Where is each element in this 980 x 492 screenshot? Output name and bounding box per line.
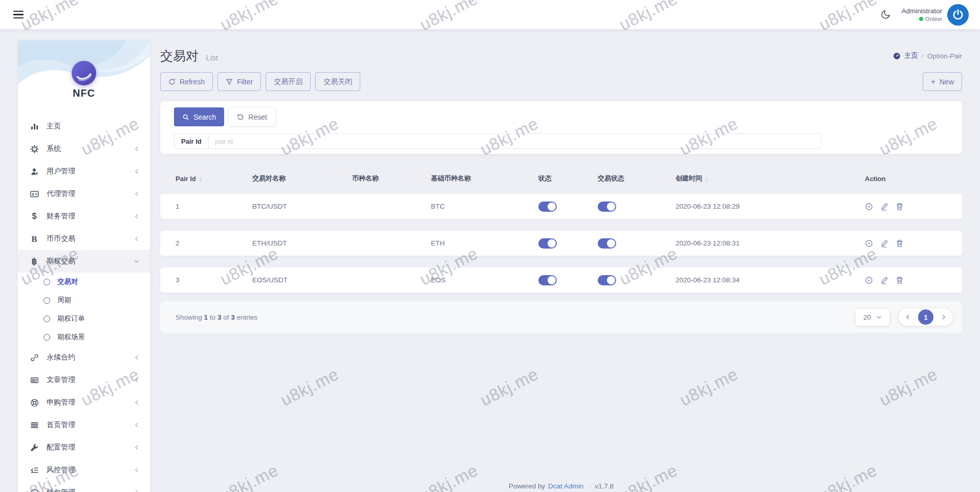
delete-button[interactable] — [896, 239, 904, 248]
new-button[interactable]: + New — [923, 72, 962, 91]
user-status-label: Online — [925, 16, 942, 22]
cell-pair-id-value: 3 — [176, 276, 180, 284]
sidebar-item-label: 财务管理 — [47, 212, 134, 221]
column-label: 币种名称 — [352, 174, 379, 183]
column-label: 交易对名称 — [252, 174, 286, 183]
sidebar-item-5[interactable]: B币币交易 — [18, 228, 150, 250]
status-toggle[interactable] — [538, 275, 557, 285]
dcat-admin-link[interactable]: Dcat Admin — [548, 482, 583, 490]
sidebar-subitem-6-3[interactable]: 期权场景 — [18, 328, 150, 346]
trade-close-button[interactable]: 交易关闭 — [315, 72, 360, 91]
sidebar-item-1[interactable]: 系统 — [18, 138, 150, 160]
wrench-icon — [28, 443, 40, 452]
sidebar-item-label: 币币交易 — [47, 234, 134, 243]
reset-button[interactable]: Reset — [228, 107, 276, 126]
dark-mode-toggle-icon[interactable] — [880, 9, 891, 20]
sidebar-item-6[interactable]: ฿期权交易 — [18, 250, 150, 273]
table-footer-right: 20 1 — [856, 308, 953, 326]
cell-created-at: 2020-06-23 12:08:31 — [676, 239, 865, 247]
sidebar-item-2[interactable]: 用户管理 — [18, 160, 150, 183]
sidebar-toggle-button[interactable] — [11, 9, 26, 21]
cell-pair-id-value: 1 — [176, 203, 180, 210]
summary-of-word: of — [223, 314, 229, 321]
sidebar-item-9[interactable]: 申购管理 — [18, 391, 150, 414]
table-body: 1BTC/USDTBTC2020-06-23 12:08:292ETH/USDT… — [160, 194, 962, 293]
trade-status-toggle-cell — [598, 238, 676, 249]
table-summary: Showing 1 to 3 of 3 entries — [176, 314, 257, 321]
trade-status-toggle[interactable] — [598, 238, 616, 249]
logo-text: NFC — [18, 87, 150, 99]
cell-actions — [865, 203, 962, 211]
life-ring-icon — [28, 398, 40, 407]
trade-status-toggle-cell — [598, 202, 676, 212]
sidebar-logo[interactable]: NFC — [18, 40, 150, 106]
cell-base-coin-name: ETH — [431, 239, 538, 247]
pair-id-input[interactable] — [209, 134, 821, 148]
sidebar-item-3[interactable]: 代理管理 — [18, 183, 150, 205]
column-header-1[interactable]: Pair Id↑ — [160, 175, 252, 183]
cell-actions — [865, 276, 962, 284]
user-status: Online — [901, 16, 942, 22]
page-header: 交易对 List 主页 / Option-Pair — [160, 47, 962, 65]
status-toggle[interactable] — [538, 202, 557, 212]
refresh-icon — [168, 78, 176, 85]
cell-pair-name: BTC/USDT — [252, 203, 352, 210]
pair-id-filter-group: Pair Id — [174, 133, 821, 149]
table-header-row: Pair Id↑交易对名称币种名称基础币种名称状态交易状态创建时间↑Action — [160, 171, 962, 186]
chevron-down-icon — [876, 315, 882, 320]
sidebar-subitem-6-1[interactable]: 周期 — [18, 291, 150, 309]
view-button[interactable] — [865, 239, 873, 248]
sidebar-item-label: 系统 — [47, 144, 134, 153]
sidebar-subitem-6-0[interactable]: 交易对 — [18, 273, 150, 291]
user-avatar[interactable] — [947, 4, 969, 26]
chevron-left-icon — [134, 168, 140, 174]
sidebar-item-12[interactable]: 风控管理 — [18, 459, 150, 481]
prev-page-button[interactable] — [905, 314, 911, 320]
breadcrumb-home-link[interactable]: 主页 — [904, 51, 918, 60]
cell-base-coin-name-value: BTC — [431, 203, 445, 210]
sidebar-item-0[interactable]: 主页 — [18, 115, 150, 138]
delete-button[interactable] — [896, 276, 904, 284]
filter-button[interactable]: Filter — [217, 72, 261, 91]
sidebar-item-4[interactable]: $财务管理 — [18, 205, 150, 228]
delete-button[interactable] — [896, 203, 904, 211]
sidebar-item-11[interactable]: 配置管理 — [18, 436, 150, 459]
view-button[interactable] — [865, 276, 873, 284]
chevron-down-icon — [134, 258, 140, 264]
edit-button[interactable] — [880, 276, 888, 284]
sidebar-item-8[interactable]: 文章管理 — [18, 369, 150, 391]
cell-pair-name-value: EOS/USDT — [252, 276, 288, 284]
chevron-left-icon — [134, 146, 140, 152]
sidebar-subitem-label: 周期 — [57, 296, 150, 305]
trade-status-toggle[interactable] — [598, 275, 616, 285]
trade-open-button[interactable]: 交易开启 — [266, 72, 311, 91]
breadcrumb-separator: / — [922, 52, 924, 60]
circle-icon — [28, 488, 40, 492]
sidebar-item-10[interactable]: 首页管理 — [18, 414, 150, 436]
status-toggle[interactable] — [538, 238, 557, 249]
page-1-button[interactable]: 1 — [918, 309, 933, 325]
user-menu[interactable]: Administrator Online — [901, 4, 969, 26]
edit-button[interactable] — [880, 203, 888, 211]
refresh-button[interactable]: Refresh — [160, 72, 213, 91]
circle-outline-icon — [43, 297, 50, 304]
chevron-left-icon — [134, 191, 140, 197]
edit-button[interactable] — [880, 239, 888, 248]
sidebar-item-label: 永续合约 — [47, 353, 134, 362]
trade-status-toggle[interactable] — [598, 202, 616, 212]
chevron-left-icon — [134, 444, 140, 451]
next-page-button[interactable] — [941, 314, 947, 320]
app-root: u8kj.meu8kj.meu8kj.meu8kj.meu8kj.meu8kj.… — [0, 0, 980, 492]
view-button[interactable] — [865, 203, 873, 211]
sidebar-subitem-6-2[interactable]: 期权订单 — [18, 309, 150, 328]
sidebar-item-7[interactable]: 永续合约 — [18, 346, 150, 369]
per-page-select[interactable]: 20 — [856, 309, 889, 326]
column-header-7[interactable]: 创建时间↑ — [676, 174, 865, 183]
sidebar-item-label: 主页 — [47, 122, 140, 131]
summary-from: 1 — [204, 314, 208, 321]
chart-bar-icon — [28, 122, 40, 131]
sidebar-item-13[interactable]: 钱包管理 — [18, 481, 150, 492]
search-row: Search Reset — [174, 107, 948, 126]
search-button[interactable]: Search — [174, 107, 224, 126]
id-card-icon — [28, 190, 40, 198]
